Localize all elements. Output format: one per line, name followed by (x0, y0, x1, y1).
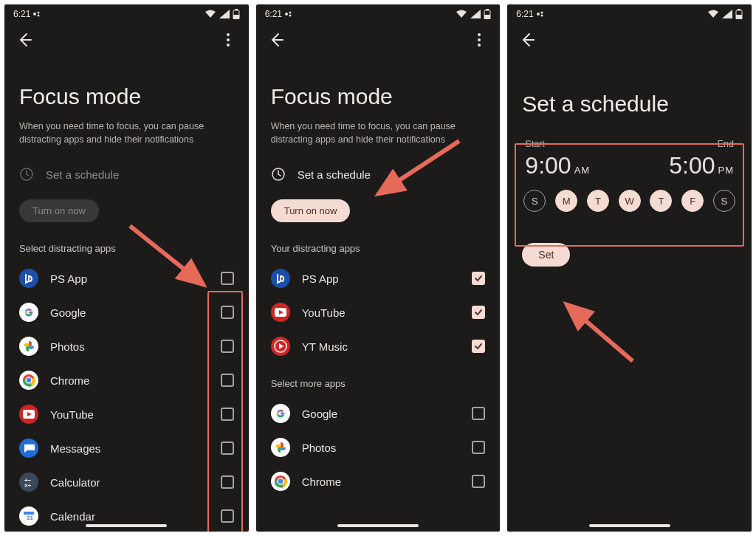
app-row[interactable]: YT Music (256, 329, 501, 363)
day-toggle[interactable]: T (587, 190, 609, 212)
app-icon (19, 439, 38, 458)
signal-icon (219, 10, 230, 18)
app-checkbox[interactable] (472, 441, 485, 454)
signal-icon (722, 10, 732, 18)
back-arrow-icon (18, 32, 32, 47)
app-icon (19, 303, 38, 322)
day-toggle[interactable]: S (713, 190, 735, 212)
apps-list-more: GooglePhotosChrome (256, 396, 501, 498)
nav-home-indicator[interactable] (337, 524, 419, 527)
app-name-label: PS App (302, 272, 472, 285)
end-time-button[interactable]: 5:00PM (669, 152, 734, 179)
app-checkbox[interactable] (221, 441, 234, 455)
app-checkbox[interactable] (472, 475, 485, 488)
nav-home-indicator[interactable] (86, 524, 167, 527)
app-name-label: Chrome (302, 475, 472, 488)
app-checkbox[interactable] (472, 306, 485, 319)
svg-rect-5 (235, 9, 238, 10)
app-name-label: Photos (50, 340, 221, 353)
app-row[interactable]: +−×÷Calculator (4, 465, 249, 499)
app-row[interactable]: Photos (4, 329, 249, 363)
app-checkbox[interactable] (472, 407, 485, 420)
day-toggle[interactable]: S (523, 190, 546, 212)
set-schedule-row[interactable]: Set a schedule (256, 159, 501, 190)
set-schedule-row[interactable]: Set a schedule (4, 159, 249, 190)
svg-rect-41 (738, 9, 740, 10)
more-vert-icon (227, 33, 230, 47)
clock-icon (19, 167, 34, 182)
turn-on-now-button[interactable]: Turn on now (19, 199, 99, 222)
page-title: Focus mode (4, 55, 249, 117)
end-time-suffix: PM (718, 165, 735, 176)
day-toggle[interactable]: W (619, 190, 641, 212)
app-row[interactable]: Messages (4, 431, 249, 465)
back-button[interactable] (16, 31, 34, 49)
top-bar (507, 22, 752, 55)
more-vert-icon (478, 33, 481, 47)
day-toggle[interactable]: F (681, 190, 704, 212)
set-button[interactable]: Set (522, 243, 570, 267)
app-name-label: PS App (50, 272, 221, 285)
back-button[interactable] (519, 31, 537, 49)
screen-3-set-schedule: 6:21 Set a schedule Start End 9:00AM 5:0… (507, 4, 752, 532)
wifi-icon (707, 10, 719, 18)
app-row[interactable]: Google (256, 396, 501, 430)
app-name-label: Messages (50, 442, 221, 455)
battery-icon (735, 9, 743, 19)
app-row[interactable]: YouTube (256, 295, 501, 329)
app-row[interactable]: Google (4, 295, 249, 329)
overflow-menu-button[interactable] (219, 31, 237, 49)
svg-point-0 (33, 13, 36, 16)
app-checkbox[interactable] (221, 272, 234, 285)
svg-line-42 (566, 304, 633, 361)
app-checkbox[interactable] (221, 306, 234, 319)
svg-point-22 (289, 15, 292, 17)
app-row[interactable]: Photos (256, 430, 501, 464)
app-row[interactable]: Chrome (4, 363, 249, 397)
turn-on-now-button[interactable]: Turn on now (271, 199, 351, 222)
app-icon (271, 303, 290, 322)
overflow-menu-button[interactable] (470, 31, 488, 49)
app-name-label: Google (302, 408, 472, 420)
back-button[interactable] (268, 31, 286, 49)
svg-rect-40 (736, 15, 742, 19)
nav-home-indicator[interactable] (589, 524, 670, 527)
apps-list-selected: PS AppYouTubeYT Music (256, 261, 501, 363)
app-checkbox[interactable] (221, 408, 234, 421)
app-name-label: Google (50, 306, 221, 319)
section-your-apps: Your distracting apps (256, 240, 501, 261)
status-bar: 6:21 (507, 4, 752, 22)
back-arrow-icon (269, 32, 284, 47)
app-checkbox[interactable] (221, 475, 234, 489)
app-icon (271, 337, 290, 356)
status-indicator-icon (33, 11, 42, 17)
app-name-label: Photos (302, 441, 472, 454)
app-icon (271, 404, 290, 423)
section-select-apps: Select distracting apps (4, 240, 249, 261)
days-row: SMTWTFS (522, 187, 737, 212)
app-icon (271, 438, 290, 457)
status-time: 6:21 (516, 9, 533, 19)
app-checkbox[interactable] (221, 509, 234, 523)
svg-point-37 (540, 12, 543, 14)
start-time-button[interactable]: 9:00AM (525, 152, 590, 179)
screen-1-focus-mode: 6:21 Focus mode When you need time to fo… (4, 4, 249, 532)
top-bar (4, 22, 249, 55)
signal-icon (470, 10, 481, 18)
app-checkbox[interactable] (472, 340, 485, 353)
app-name-label: YouTube (50, 408, 221, 421)
battery-icon (233, 9, 240, 19)
app-name-label: YouTube (302, 306, 472, 319)
app-row[interactable]: Chrome (256, 464, 501, 498)
app-row[interactable]: PS App (4, 261, 249, 295)
app-checkbox[interactable] (472, 272, 485, 285)
app-checkbox[interactable] (221, 374, 234, 387)
app-checkbox[interactable] (221, 340, 234, 353)
app-name-label: Calculator (50, 476, 221, 489)
app-row[interactable]: YouTube (4, 397, 249, 431)
app-icon (19, 337, 38, 356)
app-name-label: YT Music (302, 340, 472, 353)
day-toggle[interactable]: T (650, 190, 672, 212)
day-toggle[interactable]: M (555, 190, 577, 212)
app-row[interactable]: PS App (256, 261, 501, 295)
